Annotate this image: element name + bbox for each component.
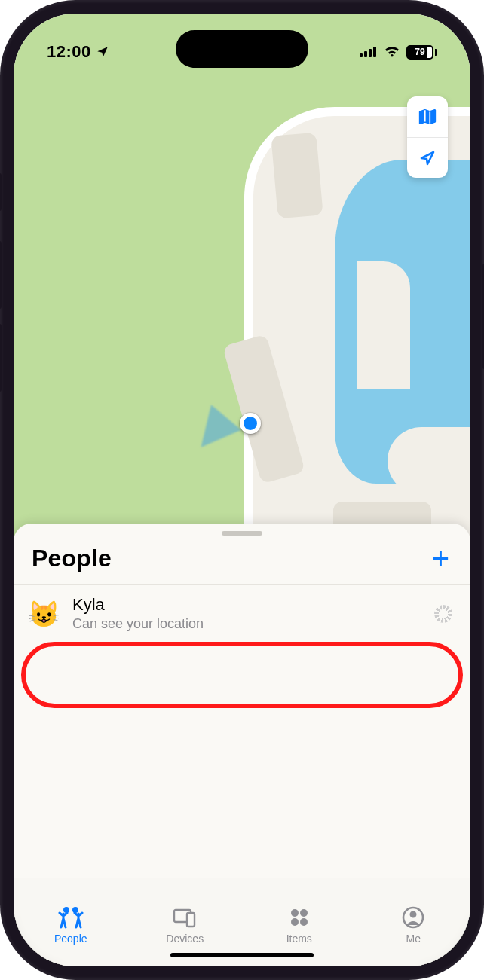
map-water (335, 160, 470, 484)
svg-point-13 (410, 911, 417, 918)
tab-label: Devices (166, 933, 204, 945)
wifi-icon (384, 46, 400, 58)
svg-rect-2 (369, 49, 372, 57)
person-avatar: 😺 (27, 597, 60, 630)
svg-rect-0 (360, 53, 363, 57)
device-frame: 12:00 79 (0, 0, 484, 980)
items-icon (286, 906, 312, 929)
cellular-icon (360, 46, 378, 58)
svg-point-11 (300, 918, 308, 926)
tab-me[interactable]: Me (357, 878, 471, 966)
person-subtitle: Can see your location (72, 616, 422, 632)
side-button (0, 324, 2, 392)
tab-label: Items (286, 933, 312, 945)
add-person-button[interactable]: + (432, 543, 449, 573)
current-location-dot (240, 413, 261, 434)
location-heading-beam (186, 405, 241, 459)
location-services-icon (96, 45, 109, 59)
svg-rect-1 (364, 51, 367, 57)
svg-point-8 (291, 909, 299, 917)
status-time: 12:00 (47, 42, 91, 62)
svg-rect-3 (373, 47, 376, 57)
home-indicator[interactable] (170, 953, 314, 957)
annotation-highlight (21, 642, 463, 708)
me-icon (400, 906, 426, 929)
side-button (0, 173, 2, 211)
map-building (271, 133, 323, 219)
side-button (0, 241, 2, 309)
dynamic-island (176, 30, 308, 68)
person-row[interactable]: 😺 Kyla Can see your location (14, 585, 470, 643)
tab-people[interactable]: People (14, 878, 128, 966)
svg-point-5 (72, 907, 78, 913)
sheet-title: People (32, 545, 112, 572)
svg-point-10 (291, 918, 299, 926)
map-controls (407, 96, 448, 178)
tab-label: People (54, 933, 87, 945)
battery-indicator: 79 (406, 45, 437, 60)
map-icon (418, 107, 437, 127)
sheet-grabber[interactable] (222, 531, 262, 536)
location-arrow-icon (418, 149, 437, 167)
map-mode-button[interactable] (407, 96, 448, 137)
battery-level: 79 (415, 47, 424, 57)
loading-spinner-icon (434, 605, 452, 623)
screen: 12:00 79 (14, 14, 470, 966)
svg-point-4 (63, 907, 69, 913)
people-icon (58, 906, 84, 929)
svg-rect-7 (187, 913, 195, 927)
person-name: Kyla (72, 595, 422, 615)
devices-icon (172, 906, 198, 929)
locate-me-button[interactable] (407, 137, 448, 178)
svg-point-9 (300, 909, 308, 917)
tab-label: Me (406, 933, 421, 945)
